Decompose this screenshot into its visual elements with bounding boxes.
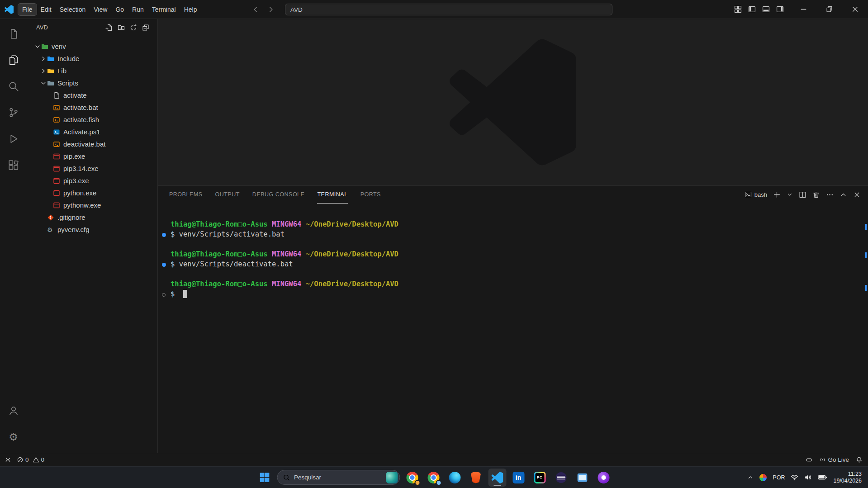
- explorer-icon[interactable]: [3, 47, 24, 73]
- taskbar-app-brave[interactable]: [467, 469, 485, 487]
- menu-terminal[interactable]: Terminal: [148, 4, 180, 15]
- menu-file[interactable]: File: [18, 4, 37, 15]
- tree-item-pip3-14-exe[interactable]: pip3.14.exe: [27, 162, 157, 175]
- panel-tab-output[interactable]: OUTPUT: [215, 186, 239, 204]
- menu-selection[interactable]: Selection: [56, 4, 90, 15]
- command-success-decoration[interactable]: [162, 263, 166, 267]
- panel-tab-debug-console[interactable]: DEBUG CONSOLE: [252, 186, 305, 204]
- taskbar-app-blue-window-app[interactable]: [573, 469, 591, 487]
- tree-item-label: pip3.exe: [63, 177, 89, 185]
- toggle-panel-icon[interactable]: [762, 5, 770, 13]
- editor-area[interactable]: [158, 19, 868, 185]
- tree-item-pyvenv-cfg[interactable]: ⚙pyvenv.cfg: [27, 223, 157, 236]
- customize-layout-icon[interactable]: [734, 5, 742, 13]
- settings-gear-icon[interactable]: ⚙: [3, 424, 24, 450]
- collapse-folders-icon[interactable]: [142, 24, 149, 31]
- menu-run[interactable]: Run: [128, 4, 148, 15]
- tree-item-include[interactable]: Include: [27, 52, 157, 65]
- search-highlight-image[interactable]: [386, 472, 398, 483]
- menu-go[interactable]: Go: [111, 4, 128, 15]
- tree-item-activate-fish[interactable]: activate.fish: [27, 114, 157, 126]
- tree-item-python-exe[interactable]: python.exe: [27, 187, 157, 199]
- back-icon[interactable]: [251, 5, 260, 14]
- taskbar-app-vscode[interactable]: [488, 469, 506, 487]
- tree-item-venv[interactable]: venv: [27, 40, 157, 52]
- kill-terminal-icon[interactable]: [812, 191, 820, 199]
- go-live-button[interactable]: Go Live: [819, 456, 849, 463]
- taskbar-app-edge[interactable]: [446, 469, 464, 487]
- battery-icon[interactable]: [818, 474, 827, 481]
- terminal-input-line[interactable]: $: [162, 289, 868, 299]
- panel-tab-problems[interactable]: PROBLEMS: [169, 186, 202, 204]
- taskbar-search[interactable]: Pesquisar: [277, 470, 400, 485]
- tree-item-pip3-exe[interactable]: pip3.exe: [27, 175, 157, 187]
- panel-tab-terminal[interactable]: TERMINAL: [317, 186, 347, 204]
- tree-item-activate-ps1[interactable]: Activate.ps1: [27, 126, 157, 138]
- taskbar-app-chrome-profile-2[interactable]: [424, 469, 442, 487]
- close-panel-icon[interactable]: [853, 191, 861, 199]
- panel-tab-ports[interactable]: PORTS: [360, 186, 381, 204]
- notifications-bell-icon[interactable]: [856, 456, 863, 463]
- titlebar: FileEditSelectionViewGoRunTerminalHelp A…: [0, 0, 868, 19]
- tree-item-deactivate-bat[interactable]: deactivate.bat: [27, 138, 157, 150]
- tree-item-activate-bat[interactable]: activate.bat: [27, 101, 157, 114]
- maximize-panel-icon[interactable]: [840, 191, 847, 199]
- more-actions-icon[interactable]: [826, 191, 834, 199]
- taskbar-app-eclipse[interactable]: [552, 469, 570, 487]
- volume-icon[interactable]: [804, 474, 812, 481]
- command-pending-decoration[interactable]: [162, 293, 166, 297]
- problems-status[interactable]: 0 0: [17, 456, 46, 463]
- toggle-sidebar-icon[interactable]: [748, 5, 756, 13]
- refresh-explorer-icon[interactable]: [130, 24, 137, 31]
- tree-item-lib[interactable]: Lib: [27, 65, 157, 77]
- terminal-dropdown-icon[interactable]: [787, 191, 793, 198]
- tree-item--gitignore[interactable]: .gitignore: [27, 211, 157, 223]
- forward-icon[interactable]: [267, 5, 275, 14]
- tray-expand-icon[interactable]: [747, 474, 754, 481]
- taskbar-app-purple-app[interactable]: [594, 469, 612, 487]
- tree-item-scripts[interactable]: Scripts: [27, 77, 157, 89]
- taskbar-app-pycharm[interactable]: PC: [531, 469, 549, 487]
- pages-icon[interactable]: [3, 21, 24, 47]
- toggle-secondary-sidebar-icon[interactable]: [776, 5, 784, 13]
- tree-item-pythonw-exe[interactable]: pythonw.exe: [27, 199, 157, 211]
- taskbar-app-linkedin[interactable]: in: [509, 469, 527, 487]
- explorer-section-header[interactable]: AVD: [27, 19, 157, 36]
- terminal-command-line[interactable]: $ venv/Scripts/deactivate.bat: [162, 259, 868, 269]
- minimize-button[interactable]: [791, 0, 816, 19]
- command-success-decoration[interactable]: [162, 233, 166, 237]
- menu-help[interactable]: Help: [180, 4, 201, 15]
- taskbar-app-chrome-profile-1[interactable]: [403, 469, 421, 487]
- source-control-icon[interactable]: [3, 99, 24, 126]
- menu-view[interactable]: View: [90, 4, 111, 15]
- menu-edit[interactable]: Edit: [37, 4, 56, 15]
- new-folder-icon[interactable]: [118, 24, 125, 31]
- search-icon[interactable]: [3, 73, 24, 99]
- command-center-search[interactable]: AVD: [285, 4, 612, 15]
- panel-header: PROBLEMSOUTPUTDEBUG CONSOLETERMINALPORTS…: [158, 186, 868, 203]
- chevron-down-icon: [34, 43, 41, 50]
- tree-item-activate[interactable]: activate: [27, 89, 157, 101]
- run-debug-icon[interactable]: [3, 126, 24, 152]
- tree-item-pip-exe[interactable]: pip.exe: [27, 150, 157, 162]
- split-terminal-icon[interactable]: [799, 191, 806, 199]
- new-terminal-icon[interactable]: [773, 191, 781, 199]
- remote-window-icon[interactable]: [5, 456, 11, 463]
- close-button[interactable]: [842, 0, 868, 19]
- extensions-icon[interactable]: [3, 152, 24, 178]
- terminal-viewport[interactable]: thiag@Thiago-Rom□o-Asus MINGW64 ~/OneDri…: [158, 203, 868, 299]
- language-indicator[interactable]: POR: [773, 474, 785, 481]
- restore-button[interactable]: [816, 0, 842, 19]
- new-file-icon[interactable]: [105, 24, 113, 31]
- clock[interactable]: 11:23 19/04/2026: [833, 471, 862, 484]
- terminal-command-line[interactable]: $ venv/Scripts/activate.bat: [162, 229, 868, 239]
- profile-badge: [414, 480, 420, 486]
- account-icon[interactable]: [3, 398, 24, 424]
- wifi-icon[interactable]: [791, 474, 798, 481]
- tray-app-icon[interactable]: [759, 474, 767, 481]
- file-exe-icon: [53, 177, 62, 185]
- shell-selector[interactable]: bash: [745, 191, 767, 198]
- copilot-icon[interactable]: [806, 456, 812, 463]
- start-button[interactable]: [256, 469, 274, 487]
- bottom-panel: PROBLEMSOUTPUTDEBUG CONSOLETERMINALPORTS…: [158, 185, 868, 453]
